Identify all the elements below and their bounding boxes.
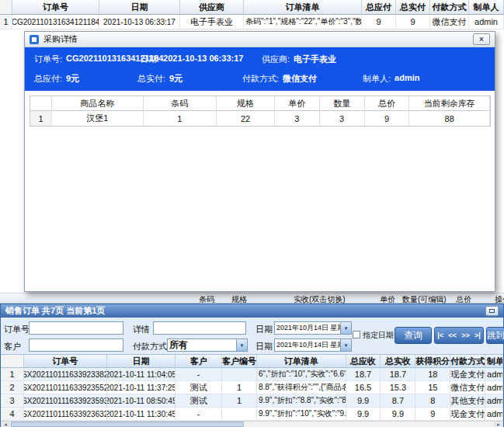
cell-points: 9 (415, 408, 450, 420)
cell-order-no: SX202110111633923593 (24, 394, 107, 407)
close-button[interactable]: × (473, 33, 490, 45)
col-order-detail[interactable]: 订单清单 (244, 0, 362, 14)
col-spec: 规格 (217, 96, 275, 111)
col-supplier[interactable]: 供应商 (180, 0, 244, 14)
sales-panel-titlebar: 销售订单 共7页 当前第1页 (1, 304, 503, 318)
cell-date: 2021-10-11 08:50:45 (107, 394, 176, 407)
scroll-right-icon[interactable]: ► (494, 422, 503, 427)
col-barcode: 条码 (144, 96, 217, 111)
specify-date-checkbox[interactable] (353, 331, 360, 338)
col-payment[interactable]: 付款方式 (450, 355, 485, 367)
col-points[interactable]: 获得积分 (415, 355, 450, 367)
cell-receivable: 9.9 (346, 394, 381, 407)
sales-table-row[interactable]: 3 SX202110111633923593 2021-10-11 08:50:… (1, 394, 503, 408)
col-order-no[interactable]: 订单号 (12, 0, 99, 14)
col-customer-no[interactable]: 客户编号 (222, 355, 257, 367)
supplier-label: 供应商: (262, 54, 290, 65)
scroll-left-icon[interactable]: ◄ (1, 422, 10, 427)
jump-button[interactable]: 跳到 (486, 327, 504, 344)
scrollbar-thumb[interactable] (11, 422, 244, 427)
last-page-button[interactable]: >| (474, 332, 481, 339)
cell-order-detail: 8.8","获得积分":"",{"商品名称": (257, 381, 346, 394)
chevron-down-icon[interactable]: ▼ (236, 339, 247, 351)
cell-order-no: SX202110111633923552 (24, 381, 107, 394)
col-payable[interactable]: 总应付 (362, 0, 396, 14)
cell-received: 9.9 (381, 408, 415, 420)
cell-creator: admin (469, 15, 504, 29)
cell-receivable: 18.7 (346, 368, 381, 380)
payment-label: 付款方式: (242, 73, 279, 85)
date-filter-label: 日期 (255, 324, 273, 335)
purchase-table-row[interactable]: 1 CG202110131634121184 2021-10-13 06:33:… (0, 15, 504, 30)
detail-input[interactable] (153, 321, 246, 335)
cell-creator: admin (485, 368, 503, 380)
cell-payment: 现金支付 (450, 368, 485, 380)
cell-creator: admin (485, 394, 503, 407)
col-creator[interactable]: 制单人 (485, 355, 503, 367)
cell-customer: 测试 (176, 394, 222, 407)
chevron-down-icon[interactable]: ▼ (340, 339, 351, 351)
chevron-down-icon[interactable]: ▼ (340, 322, 351, 334)
next-page-button[interactable]: >> (461, 332, 470, 339)
col-creator[interactable]: 制单人 (469, 0, 504, 14)
date-select[interactable]: 2021年10月14日 星期四 ▼ (274, 321, 352, 335)
col-received[interactable]: 总实收 (381, 355, 415, 367)
cell-order-detail: 6","折扣":"10","实收":"6.6","参与 (257, 368, 346, 380)
customer-input[interactable] (29, 338, 123, 352)
col-payment[interactable]: 付款方式 (430, 0, 469, 14)
query-button[interactable]: 查询 (395, 327, 432, 344)
cell-creator: admin (485, 408, 503, 420)
cell-receivable: 16.5 (346, 381, 381, 394)
cell-customer: 测试 (176, 381, 222, 394)
sales-table-row[interactable]: 4 SX202110111633923632 2021-10-11 11:30:… (1, 408, 503, 421)
order-no-input[interactable] (29, 321, 123, 335)
col-receivable[interactable]: 总应收 (346, 355, 381, 367)
date2-filter-label: 日期 (255, 341, 273, 352)
paid-value: 9元 (169, 73, 182, 85)
cell-supplier: 电子手表业 (180, 15, 244, 29)
first-page-button[interactable]: |< (437, 332, 443, 339)
date2-select[interactable]: 2021年10月14日 星期四 ▼ (274, 338, 352, 352)
col-customer[interactable]: 客户 (176, 355, 222, 367)
date2-select-value: 2021年10月14日 星期四 (275, 339, 340, 351)
order-no-filter-label: 订单号 (4, 324, 30, 335)
row-index: 3 (1, 394, 24, 407)
query-button-label: 查询 (404, 329, 422, 342)
col-total: 总价 (365, 96, 410, 111)
cell-total: 9 (365, 111, 410, 126)
col-order-detail[interactable]: 订单清单 (257, 355, 346, 367)
sales-table-row[interactable]: 2 SX202110111633923552 2021-10-11 11:37:… (1, 381, 503, 394)
horizontal-scrollbar[interactable]: ◄ ► (1, 421, 503, 427)
cell-customer-no: 1 (222, 394, 257, 407)
col-date[interactable]: 日期 (99, 0, 180, 14)
sales-filter-bar: 订单号 详情 日期 2021年10月14日 星期四 ▼ 客户 付款方式 所有 ▼… (1, 318, 503, 354)
row-index: 1 (1, 368, 24, 380)
col-date[interactable]: 日期 (107, 355, 176, 367)
col-unit-price: 单价 (275, 96, 320, 111)
specify-date-label: 指定日期 (363, 330, 394, 341)
window-control-button[interactable] (485, 306, 499, 316)
prev-page-button[interactable]: << (448, 332, 457, 339)
cell-unit-price: 3 (275, 111, 320, 126)
items-table-row[interactable]: 1 汉堡1 1 22 3 3 9 88 (30, 111, 490, 126)
col-paid[interactable]: 总实付 (396, 0, 430, 14)
purchase-details-icon (30, 35, 39, 44)
col-product-name: 商品名称 (52, 96, 144, 111)
cell-points: 8 (415, 394, 450, 407)
cell-customer: - (176, 368, 222, 380)
pager-nav: |< << >> >| (434, 327, 484, 344)
sales-table-row[interactable]: 1 SX202110111633923382 2021-10-11 11:04:… (1, 368, 503, 381)
row-index: 1 (0, 15, 12, 29)
col-order-no[interactable]: 订单号 (24, 355, 107, 367)
cell-date: 2021-10-11 11:30:45 (107, 408, 176, 420)
row-index: 1 (30, 111, 52, 126)
creator-label: 制单人: (363, 73, 391, 85)
payment-select[interactable]: 所有 ▼ (167, 338, 248, 352)
purchase-summary-band: 订单号:CG202110131634121184 日期:2021-10-13 0… (25, 47, 495, 91)
cell-order-detail: 9.9","折扣":"8.8","实收":"8.7","参 (257, 394, 346, 407)
purchase-items-table: 商品名称 条码 规格 单价 数量 总价 当前剩余库存 1 汉堡1 1 22 3 … (30, 95, 491, 127)
cell-received: 8.7 (381, 394, 415, 407)
cell-date: 2021-10-13 06:33:17 (99, 15, 180, 29)
cell-product-name: 汉堡1 (52, 111, 144, 126)
cell-date: 2021-10-11 11:04:05 (107, 368, 176, 380)
